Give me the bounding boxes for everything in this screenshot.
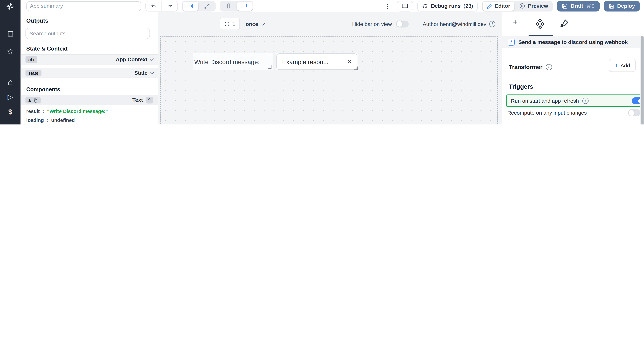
- workspace-icon[interactable]: [0, 30, 20, 38]
- active-tab-underline: [528, 35, 553, 36]
- author-label: Author henri@windmill.dev: [422, 21, 486, 27]
- variables-dollar-icon[interactable]: $: [0, 108, 20, 116]
- resize-handle-icon[interactable]: [268, 65, 272, 69]
- resource-select-component[interactable]: Example resou... ×: [276, 53, 357, 70]
- draft-button[interactable]: Draft⌘S: [557, 0, 600, 11]
- collapse-chevron-icon[interactable]: [146, 97, 153, 103]
- ctx-label: App Context: [116, 56, 148, 62]
- save-icon: [562, 3, 568, 9]
- chevron-down-icon[interactable]: [150, 70, 154, 74]
- tab-editor[interactable]: Editor: [482, 2, 514, 10]
- run-on-start-label: Run on start and app refresh: [511, 98, 579, 104]
- clear-selection-icon[interactable]: ×: [347, 58, 352, 65]
- docs-book-button[interactable]: [397, 0, 414, 11]
- refresh-count-box[interactable]: 1: [220, 18, 240, 30]
- add-transformer-button[interactable]: +Add: [609, 59, 636, 72]
- search-outputs-input[interactable]: [26, 28, 150, 39]
- info-icon[interactable]: i: [489, 21, 495, 27]
- canvas-toolbar: 1 once Hide bar on view Author henri@win…: [158, 12, 502, 35]
- text-component-value: Write Discord message:: [193, 58, 260, 65]
- editor-preview-toggle: Editor Preview: [482, 0, 553, 11]
- components-title: Components: [20, 78, 158, 95]
- selected-runnable-title: Send a message to discord using webhook: [518, 39, 628, 45]
- component-settings-panel: + f Send a message to discord using webh…: [502, 12, 644, 124]
- state-badge: state: [26, 70, 41, 76]
- outputs-panel: Outputs State & Context ctx App Context …: [20, 12, 158, 124]
- mobile-view-button[interactable]: [220, 2, 236, 10]
- more-menu-kebab-icon[interactable]: ⋮: [384, 2, 391, 10]
- frequency-value: once: [246, 21, 258, 27]
- home-icon[interactable]: ⌂: [0, 78, 20, 86]
- app-summary-input[interactable]: [26, 1, 141, 11]
- bug-icon: [422, 3, 428, 9]
- windmill-logo-icon[interactable]: [0, 2, 20, 11]
- component-a-header[interactable]: a Text: [20, 95, 158, 105]
- desktop-view-button[interactable]: [237, 2, 253, 10]
- frequency-dropdown[interactable]: once: [246, 21, 264, 27]
- recompute-toggle[interactable]: [628, 109, 641, 116]
- chevron-down-icon: [260, 21, 264, 25]
- transformer-heading: Transformeri: [509, 64, 552, 70]
- info-icon[interactable]: i: [582, 98, 588, 104]
- triggers-title: Triggers: [509, 83, 533, 90]
- resource-select-value: Example resou...: [282, 58, 328, 65]
- key: loading: [26, 118, 44, 123]
- hide-bar-label: Hide bar on view: [352, 21, 392, 27]
- ctx-row[interactable]: ctx App Context: [20, 54, 158, 64]
- undo-button[interactable]: [146, 1, 162, 11]
- component-a-id: a: [28, 98, 31, 102]
- text-component[interactable]: Write Discord message:: [193, 53, 272, 70]
- sidebar-divider: [0, 73, 20, 73]
- left-icon-sidebar: ☆ ⌂ ▷ $ ⚙ ? →: [0, 0, 20, 124]
- app-window: ☆ ⌂ ▷ $ ⚙ ? →: [0, 0, 644, 124]
- save-icon: [608, 3, 614, 9]
- tab-component-settings-icon[interactable]: [535, 19, 545, 29]
- deploy-button[interactable]: Deploy: [604, 0, 640, 11]
- expand-canvas-button[interactable]: [199, 2, 215, 10]
- refresh-icon: [224, 21, 230, 26]
- resource-select-control[interactable]: Example resou... ×: [276, 53, 357, 70]
- device-toggle-group: [220, 0, 254, 11]
- layout-tools-group: [182, 0, 216, 11]
- info-icon[interactable]: i: [546, 64, 552, 70]
- pencil-icon: [486, 3, 492, 9]
- value: undefined: [51, 118, 75, 123]
- key: result: [26, 108, 40, 114]
- outputs-title: Outputs: [20, 12, 158, 26]
- undo-redo-group: [145, 0, 178, 11]
- tab-styling-brush-icon[interactable]: [560, 19, 569, 28]
- chevron-down-icon[interactable]: [150, 57, 154, 61]
- function-icon: f: [508, 38, 514, 46]
- pointer-hand-icon: [33, 98, 38, 102]
- recompute-label: Recompute on any input changes: [507, 110, 587, 116]
- debug-runs-button[interactable]: Debug runs (23): [418, 0, 478, 11]
- ctx-badge: ctx: [26, 56, 38, 62]
- value: "Write Discord message:": [47, 108, 108, 114]
- app-canvas-grid[interactable]: Write Discord message: Example resou... …: [160, 36, 498, 124]
- canvas-area: 1 once Hide bar on view Author henri@win…: [158, 12, 502, 124]
- state-label: State: [134, 70, 148, 76]
- preview-eye-icon: [519, 3, 525, 9]
- selected-runnable-header: f Send a message to discord using webhoo…: [502, 36, 644, 48]
- state-context-title: State & Context: [20, 41, 158, 54]
- component-a-body: result:"Write Discord message:" loading:…: [20, 105, 158, 124]
- component-a-type: Text: [132, 97, 143, 103]
- hide-bar-toggle[interactable]: [396, 20, 408, 27]
- redo-button[interactable]: [162, 1, 178, 11]
- favorites-star-icon[interactable]: ☆: [0, 47, 20, 56]
- state-row[interactable]: state State: [20, 68, 158, 78]
- distribute-center-button[interactable]: [183, 2, 198, 10]
- tab-insert-plus-icon[interactable]: +: [512, 17, 518, 28]
- resize-handle-icon[interactable]: [354, 66, 358, 70]
- tab-preview[interactable]: Preview: [515, 2, 552, 10]
- top-toolbar: ⋮ Debug runs (23) Editor Preview Draft⌘S: [20, 0, 644, 12]
- settings-tabs: +: [502, 12, 644, 37]
- recompute-row: Recompute on any input changes: [507, 109, 641, 116]
- run-on-start-row: Run on start and app refresh i: [506, 94, 644, 107]
- runs-play-icon[interactable]: ▷: [0, 94, 20, 100]
- refresh-count: 1: [232, 21, 236, 27]
- right-panel-scrollbar[interactable]: [640, 36, 644, 124]
